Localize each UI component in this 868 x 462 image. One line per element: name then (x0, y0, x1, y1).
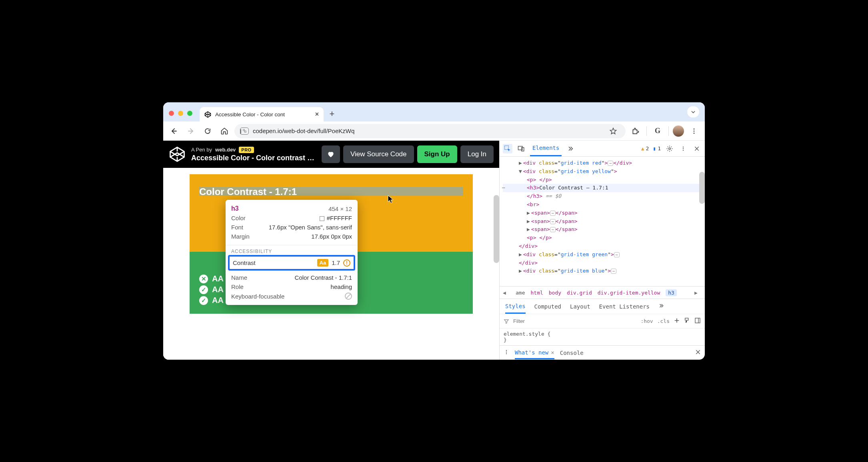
font-label: Font (231, 224, 243, 231)
more-styles-tabs[interactable] (658, 303, 664, 310)
tab-styles[interactable]: Styles (505, 303, 526, 314)
accessibility-head: ACCESSIBILITY (226, 245, 358, 254)
devices-icon (518, 145, 525, 152)
new-style-button[interactable] (674, 317, 680, 325)
extensions-button[interactable] (629, 124, 642, 138)
love-button[interactable] (322, 145, 340, 163)
settings-button[interactable] (665, 144, 674, 153)
dom-line[interactable]: ▶<div class="grid-item green">⋯ (503, 251, 702, 259)
divider (646, 126, 647, 136)
dom-line[interactable]: <br> (503, 201, 702, 209)
login-button[interactable]: Log In (460, 145, 494, 163)
codepen-icon (204, 111, 211, 118)
address-bar[interactable]: codepen.io/web-dot-dev/full/PoeKzWq (234, 124, 626, 138)
dom-line[interactable]: <p> </p> (503, 234, 702, 242)
tab-computed[interactable]: Computed (534, 303, 561, 310)
scrollbar[interactable] (494, 195, 499, 263)
warnings-badge[interactable]: ▲2 (641, 145, 649, 151)
triangle-warning-icon: ▲ (641, 145, 644, 151)
bookmark-button[interactable] (606, 124, 620, 138)
color-label: Color (231, 215, 246, 221)
styles-body[interactable]: element.style { } (500, 329, 705, 345)
dom-line[interactable]: ▼<div class="grid-item yellow"> (503, 167, 702, 176)
inspect-element-button[interactable] (503, 144, 512, 153)
drawer-menu[interactable] (504, 349, 509, 356)
dom-tree[interactable]: ▶<div class="grid-item red">⋯</div> ▼<di… (500, 157, 705, 286)
author-link[interactable]: web.dev (215, 147, 236, 153)
tab-overview-button[interactable] (687, 106, 699, 117)
tab-layout[interactable]: Layout (570, 303, 590, 310)
dom-line[interactable]: <p> </p> (503, 176, 702, 184)
site-info-icon[interactable] (240, 127, 249, 135)
browser-tab[interactable]: Accessible Color - Color cont × (200, 107, 324, 121)
devtools-menu-button[interactable] (678, 144, 688, 153)
home-button[interactable] (218, 124, 231, 138)
chrome-menu-button[interactable] (687, 124, 701, 138)
close-icon (694, 146, 700, 151)
dom-line[interactable]: </h3> == $0 (503, 192, 702, 201)
tab-whatsnew[interactable]: What's new× (515, 349, 554, 359)
pass-icon: ✓ (199, 296, 208, 305)
content-area: A Pen by web.dev PRO Accessible Color - … (163, 141, 705, 360)
info-icon: ▮ (653, 145, 656, 151)
tab-console[interactable]: Console (560, 350, 584, 356)
svg-point-14 (506, 350, 507, 351)
dom-line[interactable]: ▶<span>⋯</span> (503, 209, 702, 217)
hov-toggle[interactable]: :hov (640, 318, 653, 324)
close-icon (695, 349, 701, 355)
back-button[interactable] (167, 124, 181, 138)
contrast-chip: Aa (317, 259, 329, 267)
chevron-down-icon (690, 109, 696, 115)
signup-button[interactable]: Sign Up (417, 145, 457, 163)
crumb-left-icon[interactable]: ◀ (503, 290, 510, 296)
close-devtools-button[interactable] (692, 144, 702, 153)
divider (668, 126, 669, 136)
close-drawer-button[interactable] (695, 349, 701, 356)
view-source-button[interactable]: View Source Code (343, 145, 414, 163)
filter-input[interactable] (513, 318, 636, 324)
profile-avatar[interactable] (673, 125, 684, 137)
crumb-right-icon[interactable]: ▶ (694, 290, 702, 296)
yellow-heading: Color Contrast - 1.7:1 (199, 186, 297, 197)
tab-close-icon[interactable]: × (315, 111, 319, 118)
info-badge[interactable]: ▮1 (653, 145, 661, 151)
dom-line[interactable]: ▶<div class="grid-item blue">⋯ (503, 267, 702, 275)
dom-line[interactable]: ▶<span>⋯</span> (503, 225, 702, 234)
device-toolbar-button[interactable] (516, 144, 526, 153)
inspect-dim: 454 × 12 (328, 205, 352, 212)
close-icon[interactable] (169, 111, 174, 116)
contrast-value: 1.7 (332, 259, 340, 266)
toolbar: codepen.io/web-dot-dev/full/PoeKzWq G (163, 121, 705, 141)
reload-button[interactable] (201, 124, 214, 138)
zoom-icon[interactable] (187, 111, 192, 116)
paint-button[interactable] (684, 317, 690, 325)
codepen-meta: A Pen by web.dev PRO Accessible Color - … (191, 147, 314, 162)
name-value: Color Contrast - 1.7:1 (295, 274, 352, 281)
dom-line[interactable]: ▶<div class="grid-item red">⋯</div> (503, 159, 702, 167)
new-tab-button[interactable]: + (326, 108, 338, 120)
dom-line[interactable]: </div> (503, 259, 702, 267)
devtools-toolbar: Elements ▲2 ▮1 (500, 141, 705, 157)
margin-value: 17.6px 0px 0px (311, 233, 352, 240)
titlebar: Accessible Color - Color cont × + (163, 102, 705, 121)
kb-label: Keyboard-focusable (231, 293, 284, 300)
minimize-icon[interactable] (178, 111, 183, 116)
layout-icon (694, 317, 701, 324)
breadcrumb[interactable]: ◀ ame html body div.grid div.grid-item.y… (500, 286, 705, 299)
color-value: #FFFFFF (320, 215, 352, 221)
kebab-icon (690, 127, 698, 135)
layout-button[interactable] (694, 317, 701, 325)
tab-elements[interactable]: Elements (530, 141, 562, 156)
svg-point-8 (669, 147, 671, 149)
dom-line[interactable]: </div> (503, 242, 702, 251)
tab-events[interactable]: Event Listeners (599, 303, 650, 310)
dom-selected-line[interactable]: <h3>Color Contrast – 1.7:1 (503, 184, 702, 192)
dom-line[interactable]: ▶<span>⋯</span> (503, 217, 702, 226)
google-search-button[interactable]: G (651, 124, 664, 138)
svg-rect-0 (243, 129, 244, 131)
star-icon (609, 127, 617, 135)
cls-toggle[interactable]: .cls (657, 318, 670, 324)
more-tabs-button[interactable] (566, 144, 575, 153)
devtools-scrollbar[interactable] (699, 172, 705, 204)
grid-item-yellow[interactable]: Color Contrast - 1.7:1 h3454 × 12 Color#… (190, 174, 473, 252)
